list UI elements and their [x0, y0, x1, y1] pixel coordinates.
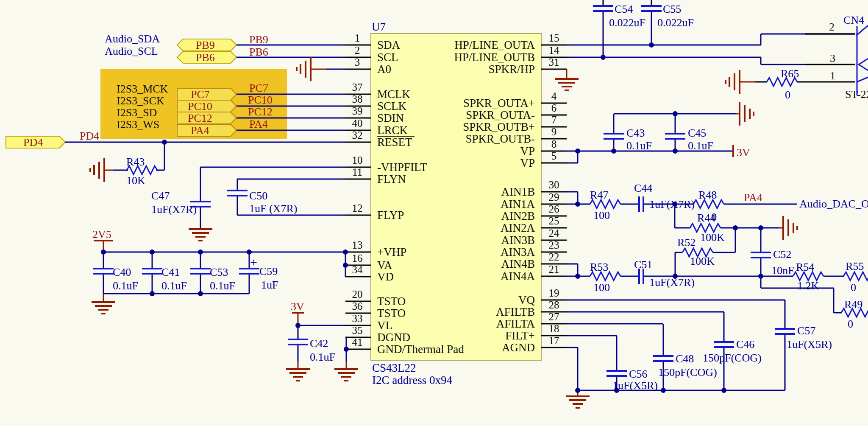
port-pc7[interactable]: PC7 — [177, 88, 236, 101]
p-number: 7 — [551, 114, 557, 126]
ground-icon[interactable] — [189, 229, 212, 241]
port-pb6[interactable]: PB6 — [177, 51, 236, 64]
pin-name: HP/LINE_OUTB — [454, 51, 535, 64]
ground-icon[interactable] — [92, 302, 115, 314]
pin-name: FLYP — [377, 209, 404, 221]
c55-ref: C55 — [663, 3, 681, 15]
pin-number: 23 — [549, 239, 559, 251]
pin-number: 32 — [352, 129, 363, 141]
resistor-r49[interactable]: R490 — [841, 298, 868, 330]
c59-ref: C59 — [259, 265, 278, 277]
ground-icon[interactable] — [297, 57, 311, 81]
pin-number: 14 — [549, 45, 560, 56]
capacitor-c41[interactable]: C410.1uF — [142, 266, 187, 292]
capacitor-c46[interactable]: C46150pF(COG) — [703, 338, 762, 364]
c52-ref: C52 — [773, 248, 791, 261]
ground-icon[interactable] — [334, 369, 358, 381]
r54-value: 1.2K — [797, 280, 819, 292]
c41-ref: C41 — [161, 266, 180, 278]
r47-value: 100 — [593, 209, 610, 221]
pin-number: 29 — [549, 191, 559, 203]
c59-polarity: + — [250, 255, 257, 269]
capacitor-c59[interactable]: +C591uF — [239, 255, 278, 291]
c44-value: 1uF(X7R) — [649, 198, 695, 210]
ground-icon[interactable] — [555, 79, 579, 90]
resistor-r55[interactable]: R550 — [843, 260, 868, 294]
capacitor-c54[interactable]: C540.022uF — [593, 3, 645, 29]
pin-name: SCLK — [377, 100, 407, 112]
c51-value: 1uF(X7R) — [649, 276, 695, 289]
capacitor-c52[interactable]: C5210nF — [751, 248, 794, 277]
pin-number: 25 — [549, 215, 559, 227]
pin-name: TSTO — [377, 307, 406, 320]
port-pc12[interactable]: PC12 — [177, 112, 236, 124]
pin-name: AFILTB — [496, 305, 535, 318]
pin-number: 39 — [352, 105, 363, 117]
r54-ref: R54 — [796, 261, 814, 273]
capacitor-c43[interactable]: C430.1uF — [604, 127, 652, 152]
r44-value: 100K — [700, 231, 725, 244]
pin-name: SPKR_OUTA- — [466, 109, 535, 121]
net-label-pc7: PC7 — [249, 82, 268, 94]
c42-value: 0.1uF — [310, 351, 335, 363]
port-pc10[interactable]: PC10 — [177, 100, 236, 112]
pin-number: 38 — [352, 93, 363, 105]
port-pd4-label: PD4 — [23, 136, 43, 149]
capacitor-c44[interactable]: C441uF(X7R) — [634, 182, 695, 212]
capacitor-c40[interactable]: C400.1uF — [93, 266, 138, 292]
capacitor-c55[interactable]: C550.022uF — [641, 3, 694, 29]
ground-icon[interactable] — [726, 70, 740, 94]
power-label-3v-left: 3V — [291, 300, 304, 313]
port-pd4[interactable]: PD4 — [6, 136, 65, 149]
pin-name: SDIN — [377, 112, 404, 124]
pin-number: 20 — [352, 289, 363, 300]
capacitor-c57[interactable]: C571uF(X5R) — [775, 325, 832, 350]
i2s-label-sd: I2S3_SD — [117, 106, 157, 119]
pin-name: SCL — [377, 51, 398, 64]
c40-ref: C40 — [113, 266, 131, 278]
c40-value: 0.1uF — [113, 280, 138, 292]
r65-ref: R65 — [781, 67, 799, 80]
pin-number: 6 — [551, 102, 557, 114]
pin-name: AIN2A — [501, 221, 535, 234]
ground-icon[interactable] — [90, 158, 104, 182]
port-pa4[interactable]: PA4 — [177, 124, 236, 137]
resistor-r53[interactable]: R53100 — [590, 261, 620, 294]
capacitor-c47[interactable]: C471uF(X7R) — [151, 190, 211, 216]
pin-number: 33 — [352, 313, 363, 324]
capacitor-c45[interactable]: C450.1uF — [665, 127, 713, 152]
resistor-r65[interactable]: R650 — [767, 67, 799, 101]
connector-cn4[interactable]: CN4 2 3 1 ST-22 — [829, 14, 868, 101]
pin-number: 1 — [355, 32, 360, 44]
port-pa4-label: PA4 — [191, 124, 209, 137]
c43-value: 0.1uF — [626, 140, 652, 152]
net-label-pc12: PC12 — [248, 106, 273, 118]
ground-icon[interactable] — [740, 102, 754, 126]
resistor-r47[interactable]: R47100 — [590, 189, 620, 221]
pin-number: 11 — [352, 166, 362, 178]
pin-number: 35 — [352, 325, 363, 336]
c59-value: 1uF — [261, 279, 278, 291]
ic-refdes: U7 — [372, 20, 386, 33]
r43-ref: R43 — [126, 156, 145, 168]
capacitor-c51[interactable]: C511uF(X7R) — [634, 258, 695, 289]
ground-icon[interactable] — [783, 216, 797, 240]
capacitor-c53[interactable]: C530.1uF — [190, 266, 235, 292]
port-pb9[interactable]: PB9 — [177, 39, 236, 51]
c52-value: 10nF — [771, 264, 794, 277]
resistor-r54[interactable]: R541.2K — [793, 261, 823, 292]
r44-ref: R44 — [697, 212, 715, 224]
pin-name: HP/LINE_OUTA — [454, 39, 535, 51]
r55-value: 0 — [851, 281, 856, 294]
pin-number: 3 — [355, 56, 360, 68]
schematic-sheet: PB9 PB6 PD4 PC7 PC10 PC12 PA4 U7 R4310K … — [0, 0, 868, 426]
capacitor-c42[interactable]: C420.1uF — [288, 337, 335, 363]
pin-name: VP — [520, 145, 535, 157]
capacitor-c56[interactable]: C561uF(X5R) — [606, 368, 658, 392]
resistor-r43[interactable]: R4310K — [126, 156, 157, 187]
c56-value: 1uF(X5R) — [612, 379, 658, 392]
ground-icon[interactable] — [566, 396, 590, 408]
pin-name: SPKR_OUTB+ — [463, 121, 535, 133]
ground-icon[interactable] — [286, 369, 310, 381]
r47-ref: R47 — [590, 189, 608, 201]
